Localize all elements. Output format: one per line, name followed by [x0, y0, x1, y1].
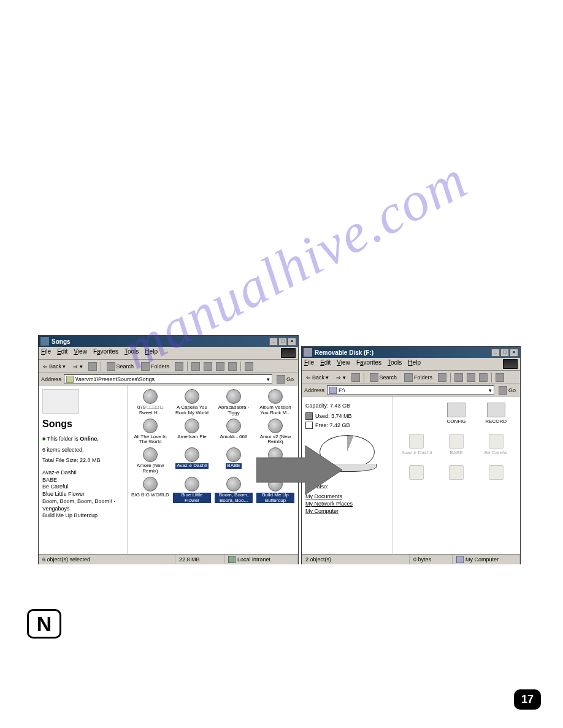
separator	[364, 373, 364, 382]
menu-view[interactable]: View	[337, 359, 350, 369]
menu-file[interactable]: File	[41, 348, 51, 358]
window-controls: _ □ ×	[491, 349, 518, 357]
file-item[interactable]: Abracadabra - Tiggy	[213, 389, 254, 416]
delete-icon[interactable]	[479, 373, 488, 382]
audio-file-icon	[185, 477, 199, 491]
file-item[interactable]: All The Love In The World	[130, 419, 170, 446]
drive-icon	[329, 387, 337, 394]
audio-file-icon	[226, 389, 241, 404]
list-item: Build Me Up Buttercup	[42, 512, 123, 520]
items-selected-text: 6 items selected.	[42, 447, 123, 454]
file-item[interactable]: Avaz-e Dashti	[172, 447, 212, 474]
move-icon[interactable]	[191, 362, 200, 371]
file-item[interactable]: BABE	[213, 447, 254, 474]
minimize-button[interactable]: _	[491, 349, 500, 357]
file-item[interactable]: 079 □□□□ □ Sweet H...	[130, 389, 170, 416]
file-icon	[409, 465, 424, 480]
songs-titlebar[interactable]: Songs _ □ ×	[39, 336, 298, 347]
file-label: American Pie	[177, 434, 207, 440]
address-input[interactable]: F:\ ▾	[327, 385, 494, 395]
views-icon[interactable]	[245, 362, 253, 371]
songs-addressbar: Address \\servm1\PresentSources\Songs ▾ …	[39, 373, 298, 385]
file-item[interactable]: Boom, Boom, Boom, Boo...	[213, 477, 254, 504]
disk-toolbar: ⇐ Back ▾ ⇒ ▾ Search Folders	[302, 371, 520, 384]
history-icon[interactable]	[175, 362, 183, 371]
link-my-computer[interactable]: My Computer	[305, 508, 388, 514]
menu-edit[interactable]: Edit	[57, 348, 67, 358]
online-status: ■ This folder is Online.	[42, 436, 123, 443]
views-icon[interactable]	[496, 373, 504, 382]
disk-titlebar[interactable]: Removable Disk (F:) _ □ ×	[302, 347, 520, 358]
free-row: Free: 7.42 GB	[305, 422, 388, 429]
file-item[interactable]: Amore (New Remix)	[130, 447, 170, 474]
folders-button[interactable]: Folders	[402, 373, 434, 382]
go-button[interactable]: Go	[497, 385, 518, 395]
folder-config[interactable]: CONFIG	[439, 403, 475, 424]
forward-button[interactable]: ⇒ ▾	[71, 363, 85, 370]
menu-favorites[interactable]: Favorites	[93, 348, 118, 358]
up-icon[interactable]	[351, 373, 360, 382]
capacity-text: Capacity: 7.43 GB	[305, 403, 388, 409]
file-label: Amokk - 666	[220, 434, 248, 440]
forward-button[interactable]: ⇒ ▾	[334, 374, 348, 381]
zone-icon	[228, 556, 236, 563]
file-label: BIG BIG WORLD	[131, 493, 169, 498]
close-button[interactable]: ×	[288, 338, 296, 346]
menu-tools[interactable]: Tools	[388, 359, 402, 369]
menu-help[interactable]: Help	[408, 359, 421, 369]
undo-icon[interactable]	[228, 362, 237, 371]
maximize-button[interactable]: □	[278, 338, 287, 346]
file-item[interactable]: Amor v2 (New Remix)	[255, 419, 296, 446]
copy-icon[interactable]	[467, 373, 475, 382]
separator	[240, 362, 241, 371]
drag-arrow-icon	[256, 446, 342, 495]
file-item[interactable]: A Capella You Rock My World	[172, 389, 212, 416]
address-input[interactable]: \\servm1\PresentSources\Songs ▾	[64, 374, 272, 384]
go-button[interactable]: Go	[275, 374, 296, 384]
file-label: Amor v2 (New Remix)	[256, 434, 294, 446]
file-item[interactable]: Amokk - 666	[213, 419, 254, 446]
disk-icon-grid[interactable]: CONFIG RECORD Avaz-e Dashti BABE Be Care…	[393, 396, 520, 554]
menu-edit[interactable]: Edit	[320, 359, 331, 369]
file-label: Boom, Boom, Boom, Boo...	[215, 493, 253, 504]
free-swatch-icon	[305, 422, 313, 429]
songs-statusbar: 6 object(s) selected 22.8 MB Local intra…	[39, 554, 298, 564]
history-icon[interactable]	[438, 373, 446, 382]
delete-icon[interactable]	[216, 362, 224, 371]
file-item[interactable]: Blue Little Flower	[172, 477, 212, 504]
minimize-button[interactable]: _	[269, 338, 278, 346]
link-my-network-places[interactable]: My Network Places	[305, 501, 388, 507]
folders-icon	[404, 373, 413, 382]
go-icon	[277, 375, 285, 384]
audio-file-icon	[226, 477, 241, 491]
move-icon[interactable]	[454, 373, 463, 382]
close-button[interactable]: ×	[510, 349, 518, 357]
file-icon	[449, 434, 464, 449]
screenshot-container: Songs _ □ × File Edit View Favorites Too…	[38, 335, 521, 564]
search-button[interactable]: Search	[368, 373, 399, 382]
folder-record[interactable]: RECORD	[478, 403, 514, 424]
folder-thumb-icon	[42, 389, 79, 414]
dropdown-icon[interactable]: ▾	[267, 376, 270, 382]
file-item[interactable]: BIG BIG WORLD	[130, 477, 170, 504]
up-icon[interactable]	[88, 362, 97, 371]
back-button[interactable]: ⇐ Back ▾	[41, 363, 67, 370]
menu-view[interactable]: View	[74, 348, 87, 358]
back-button[interactable]: ⇐ Back ▾	[304, 374, 331, 381]
brand-logo-icon	[503, 359, 518, 369]
menu-favorites[interactable]: Favorites	[356, 359, 381, 369]
copy-icon[interactable]	[204, 362, 212, 371]
search-button[interactable]: Search	[105, 362, 136, 371]
maximize-button[interactable]: □	[500, 349, 509, 357]
menu-file[interactable]: File	[304, 359, 314, 369]
menu-tools[interactable]: Tools	[124, 348, 139, 358]
audio-file-icon	[143, 419, 158, 433]
folders-button[interactable]: Folders	[139, 362, 171, 371]
file-label: Blue Little Flower	[173, 493, 211, 504]
menu-help[interactable]: Help	[145, 348, 158, 358]
dropdown-icon[interactable]: ▾	[489, 387, 492, 393]
file-item[interactable]: American Pie	[172, 419, 212, 446]
status-size: 22.8 MB	[175, 555, 224, 564]
brand-logo-icon	[281, 348, 296, 358]
file-item[interactable]: Album Version You Rock M...	[255, 389, 296, 416]
